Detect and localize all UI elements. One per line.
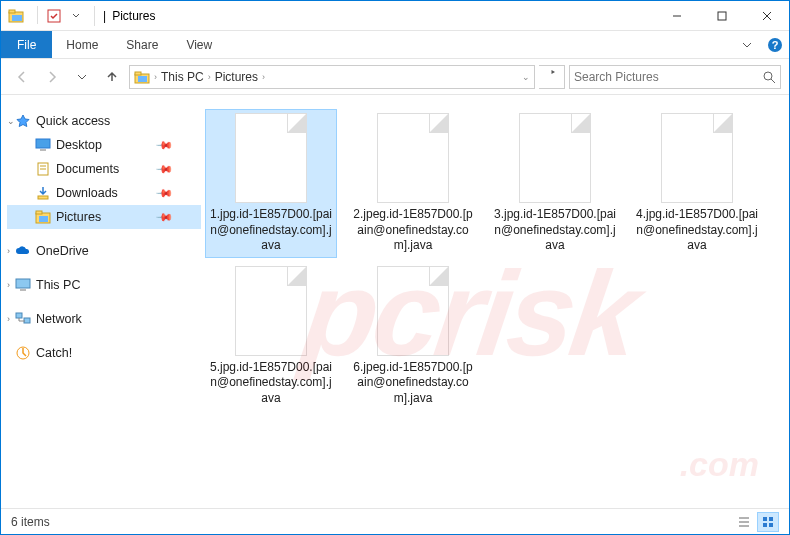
search-icon[interactable]	[762, 70, 776, 84]
svg-rect-34	[763, 523, 767, 527]
chevron-right-icon[interactable]: ›	[208, 72, 211, 82]
maximize-button[interactable]	[699, 1, 744, 31]
tab-share[interactable]: Share	[112, 31, 172, 58]
file-name-label: 1.jpg.id-1E857D00.[pain@onefinedstay.com…	[209, 207, 333, 254]
computer-icon	[15, 277, 31, 293]
search-input[interactable]	[574, 70, 762, 84]
sidebar-item-downloads[interactable]: Downloads📌	[7, 181, 201, 205]
chevron-right-icon[interactable]: ›	[154, 72, 157, 82]
chevron-right-icon[interactable]: ›	[7, 314, 10, 324]
file-item[interactable]: 2.jpeg.id-1E857D00.[pain@onefinedstay.co…	[347, 109, 479, 258]
file-name-label: 3.jpg.id-1E857D00.[pain@onefinedstay.com…	[493, 207, 617, 254]
star-icon	[15, 113, 31, 129]
pin-icon: 📌	[154, 135, 173, 154]
pin-icon: 📌	[154, 159, 173, 178]
view-mode-toggles	[733, 512, 779, 532]
refresh-button[interactable]	[539, 65, 565, 89]
svg-rect-26	[16, 313, 22, 318]
file-item[interactable]: 3.jpg.id-1E857D00.[pain@onefinedstay.com…	[489, 109, 621, 258]
svg-line-14	[771, 79, 775, 83]
sidebar-catch[interactable]: Catch!	[7, 341, 201, 365]
explorer-body: ⌄ Quick access Desktop📌Documents📌Downloa…	[1, 95, 789, 510]
svg-rect-24	[16, 279, 30, 288]
help-icon[interactable]: ?	[761, 31, 789, 58]
network-icon	[15, 311, 31, 327]
sidebar-item-desktop[interactable]: Desktop📌	[7, 133, 201, 157]
folder-icon	[35, 137, 51, 153]
search-field[interactable]	[569, 65, 781, 89]
status-item-count: 6 items	[11, 515, 50, 529]
forward-button[interactable]	[39, 64, 65, 90]
back-button[interactable]	[9, 64, 35, 90]
details-view-button[interactable]	[733, 512, 755, 532]
recent-locations-button[interactable]	[69, 64, 95, 90]
window-controls	[654, 1, 789, 31]
file-item[interactable]: 1.jpg.id-1E857D00.[pain@onefinedstay.com…	[205, 109, 337, 258]
content-pane[interactable]: 1.jpg.id-1E857D00.[pain@onefinedstay.com…	[201, 95, 789, 510]
folder-icon	[35, 161, 51, 177]
svg-rect-33	[769, 517, 773, 521]
properties-icon[interactable]	[44, 6, 64, 26]
svg-rect-12	[138, 76, 147, 82]
svg-rect-15	[36, 139, 50, 148]
sidebar-item-pictures[interactable]: Pictures📌	[7, 205, 201, 229]
separator: |	[103, 9, 106, 23]
address-field[interactable]: › This PC › Pictures › ⌄	[129, 65, 535, 89]
chevron-right-icon[interactable]: ›	[7, 246, 10, 256]
sidebar-network[interactable]: › Network	[7, 307, 201, 331]
sidebar-item-label: OneDrive	[36, 244, 89, 258]
svg-rect-23	[39, 216, 48, 222]
pin-icon: 📌	[154, 183, 173, 202]
svg-rect-16	[40, 149, 46, 151]
file-item[interactable]: 6.jpeg.id-1E857D00.[pain@onefinedstay.co…	[347, 262, 479, 411]
tab-view[interactable]: View	[172, 31, 226, 58]
svg-rect-22	[36, 211, 42, 214]
status-bar: 6 items	[1, 508, 789, 534]
close-button[interactable]	[744, 1, 789, 31]
minimize-button[interactable]	[654, 1, 699, 31]
svg-rect-35	[769, 523, 773, 527]
svg-rect-11	[135, 72, 141, 75]
pin-icon: 📌	[154, 207, 173, 226]
cloud-icon	[15, 243, 31, 259]
catch-icon	[15, 345, 31, 361]
qat-dropdown-icon[interactable]	[66, 6, 86, 26]
address-dropdown-icon[interactable]: ⌄	[522, 72, 530, 82]
chevron-down-icon[interactable]: ⌄	[7, 116, 15, 126]
file-thumbnail-icon	[377, 266, 449, 356]
sidebar-onedrive[interactable]: › OneDrive	[7, 239, 201, 263]
navigation-pane: ⌄ Quick access Desktop📌Documents📌Downloa…	[1, 95, 201, 510]
file-name-label: 5.jpg.id-1E857D00.[pain@onefinedstay.com…	[209, 360, 333, 407]
ribbon-expand-icon[interactable]	[733, 31, 761, 58]
breadcrumb-thispc[interactable]: This PC	[161, 70, 204, 84]
sidebar-item-documents[interactable]: Documents📌	[7, 157, 201, 181]
file-item[interactable]: 4.jpg.id-1E857D00.[pain@onefinedstay.com…	[631, 109, 763, 258]
thumbnails-view-button[interactable]	[757, 512, 779, 532]
svg-rect-20	[38, 196, 48, 199]
breadcrumb-pictures[interactable]: Pictures	[215, 70, 258, 84]
file-thumbnail-icon	[235, 113, 307, 203]
svg-text:?: ?	[772, 39, 779, 51]
svg-rect-1	[9, 10, 15, 13]
sidebar-quick-access[interactable]: ⌄ Quick access	[7, 109, 201, 133]
sidebar-thispc[interactable]: › This PC	[7, 273, 201, 297]
file-item[interactable]: 5.jpg.id-1E857D00.[pain@onefinedstay.com…	[205, 262, 337, 411]
file-grid: 1.jpg.id-1E857D00.[pain@onefinedstay.com…	[205, 109, 789, 411]
file-name-label: 6.jpeg.id-1E857D00.[pain@onefinedstay.co…	[351, 360, 475, 407]
folder-icon	[134, 69, 150, 85]
chevron-right-icon[interactable]: ›	[262, 72, 265, 82]
app-icon	[7, 6, 27, 26]
file-thumbnail-icon	[377, 113, 449, 203]
folder-icon	[35, 185, 51, 201]
file-tab[interactable]: File	[1, 31, 52, 58]
sidebar-item-label: Network	[36, 312, 82, 326]
tab-home[interactable]: Home	[52, 31, 112, 58]
up-button[interactable]	[99, 64, 125, 90]
window-title: Pictures	[112, 9, 155, 23]
ribbon: File Home Share View ?	[1, 31, 789, 59]
qat-separator	[37, 6, 38, 24]
file-thumbnail-icon	[519, 113, 591, 203]
sidebar-item-label: Catch!	[36, 346, 72, 360]
file-name-label: 4.jpg.id-1E857D00.[pain@onefinedstay.com…	[635, 207, 759, 254]
chevron-right-icon[interactable]: ›	[7, 280, 10, 290]
